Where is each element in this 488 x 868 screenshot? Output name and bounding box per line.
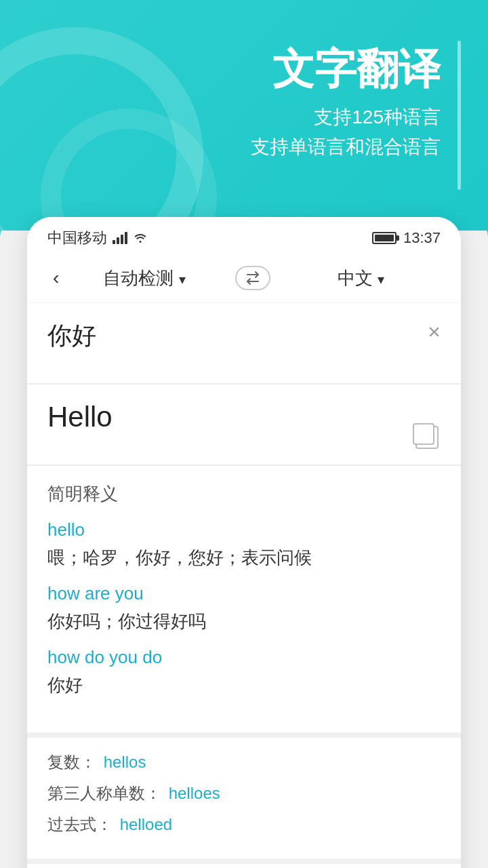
plural-value[interactable]: hellos [104, 753, 146, 771]
status-left: 中国移动 [47, 228, 148, 248]
wifi-icon [133, 231, 148, 246]
nav-bar: ‹ 自动检测 ▾ 中文 ▾ [27, 254, 461, 303]
definitions-title: 简明释义 [47, 482, 441, 506]
past-value[interactable]: helloed [120, 815, 172, 833]
def-term-2[interactable]: how are you [47, 583, 441, 604]
divider-decoration [458, 41, 461, 190]
plural-row: 复数： hellos [47, 751, 441, 773]
battery-icon [372, 232, 396, 244]
definition-item-1: hello 喂；哈罗，你好，您好；表示问候 [47, 519, 441, 570]
phone-frame: 中国移动 [27, 217, 461, 868]
def-meaning-3: 你好 [47, 673, 441, 697]
app-title: 文字翻译 [272, 41, 441, 98]
input-area[interactable]: 你好 × [27, 303, 461, 384]
status-bar: 中国移动 [27, 217, 461, 254]
def-meaning-1: 喂；哈罗，你好，您好；表示问候 [47, 546, 441, 570]
third-person-row: 第三人称单数： helloes [47, 783, 441, 804]
definition-item-3: how do you do 你好 [47, 647, 441, 697]
header-subtitle2: 支持单语言和混合语言 [251, 134, 441, 160]
status-right: 13:37 [372, 229, 441, 247]
time-label: 13:37 [403, 229, 441, 247]
source-language-selector[interactable]: 自动检测 ▾ [64, 267, 224, 290]
clear-input-button[interactable]: × [428, 319, 441, 344]
def-term-3[interactable]: how do you do [47, 647, 441, 668]
past-tense-row: 过去式： helloed [47, 814, 441, 835]
carrier-label: 中国移动 [47, 228, 107, 248]
input-text: 你好 [47, 319, 441, 353]
signal-icon [113, 232, 127, 244]
copy-button[interactable] [413, 424, 441, 451]
target-language-selector[interactable]: 中文 ▾ [281, 267, 441, 290]
translation-area: Hello [27, 384, 461, 466]
app-header: 文字翻译 支持125种语言 支持单语言和混合语言 [0, 0, 488, 231]
swap-languages-button[interactable] [235, 266, 270, 290]
def-term-1[interactable]: hello [47, 519, 441, 540]
next-section: 生津词典 [27, 859, 461, 868]
forms-section: 复数： hellos 第三人称单数： helloes 过去式： helloed [27, 732, 461, 859]
third-person-value[interactable]: helloes [169, 784, 220, 802]
header-subtitle1: 支持125种语言 [314, 104, 441, 130]
copy-icon [415, 426, 439, 449]
translation-text: Hello [47, 401, 441, 433]
def-meaning-2: 你好吗；你过得好吗 [47, 610, 441, 633]
definition-item-2: how are you 你好吗；你过得好吗 [47, 583, 441, 633]
definitions-section: 简明释义 hello 喂；哈罗，你好，您好；表示问候 how are you 你… [27, 466, 461, 727]
back-button[interactable]: ‹ [47, 262, 64, 294]
